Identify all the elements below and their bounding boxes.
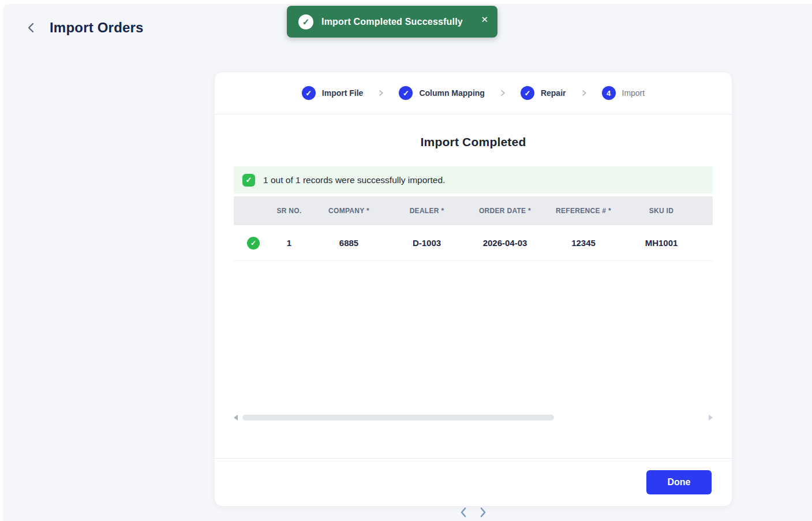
column-header-order-date: ORDER DATE * xyxy=(466,207,544,215)
column-header-sku-id: SKU ID xyxy=(623,207,700,215)
cell-sr-no: 1 xyxy=(268,238,310,248)
table-header: SR NO. COMPANY * DEALER * ORDER DATE * R… xyxy=(234,196,713,225)
import-wizard-card: ✓ Import File ✓ Column Mapping ✓ Repair … xyxy=(214,72,732,507)
step-check-icon: ✓ xyxy=(521,86,534,100)
chevron-right-icon xyxy=(377,89,385,97)
cell-company: 6885 xyxy=(310,238,388,248)
cell-reference: 12345 xyxy=(544,238,623,248)
column-header-sr-no: SR NO. xyxy=(268,207,310,215)
step-number-badge: 4 xyxy=(602,86,616,100)
step-import-file[interactable]: ✓ Import File xyxy=(302,86,364,100)
scrollbar-track[interactable] xyxy=(242,415,704,420)
back-chevron-icon xyxy=(25,21,37,34)
toast-close-icon[interactable]: ✕ xyxy=(478,13,491,26)
stepper: ✓ Import File ✓ Column Mapping ✓ Repair … xyxy=(215,72,732,114)
section-heading: Import Completed xyxy=(215,135,732,149)
pagination xyxy=(215,505,732,519)
step-check-icon: ✓ xyxy=(399,86,413,100)
step-label: Import File xyxy=(322,88,364,98)
chevron-right-icon xyxy=(499,89,507,97)
next-page-button[interactable] xyxy=(477,505,489,519)
done-button[interactable]: Done xyxy=(646,470,712,494)
step-repair[interactable]: ✓ Repair xyxy=(521,86,566,100)
cell-sku-id: MH1001 xyxy=(623,238,700,248)
step-label: Import xyxy=(622,88,645,98)
step-check-icon: ✓ xyxy=(302,86,316,100)
horizontal-scrollbar xyxy=(234,414,713,422)
toast-message: Import Completed Successfully xyxy=(321,17,463,27)
cell-dealer: D-1003 xyxy=(388,238,466,248)
success-banner: ✓ 1 out of 1 records were successfully i… xyxy=(234,166,713,193)
banner-message: 1 out of 1 records were successfully imp… xyxy=(263,175,445,185)
scroll-left-arrow-icon[interactable] xyxy=(234,415,238,420)
column-header-company: COMPANY * xyxy=(310,207,388,215)
prev-page-button[interactable] xyxy=(458,505,469,519)
back-button[interactable] xyxy=(24,21,38,35)
check-square-icon: ✓ xyxy=(242,174,255,187)
cell-order-date: 2026-04-03 xyxy=(466,238,544,248)
success-toast: ✓ Import Completed Successfully ✕ xyxy=(287,6,497,38)
row-status-cell: ✓ xyxy=(238,237,268,250)
step-column-mapping[interactable]: ✓ Column Mapping xyxy=(399,86,485,100)
page-header: Import Orders xyxy=(24,20,144,36)
scrollbar-thumb[interactable] xyxy=(242,415,554,420)
step-import[interactable]: 4 Import xyxy=(602,86,645,100)
chevron-left-icon xyxy=(459,507,468,518)
column-header-dealer: DEALER * xyxy=(388,207,466,215)
step-label: Repair xyxy=(541,88,566,98)
table-row: ✓ 1 6885 D-1003 2026-04-03 12345 MH1001 xyxy=(234,225,713,261)
success-check-icon: ✓ xyxy=(247,237,260,250)
check-circle-icon: ✓ xyxy=(298,14,313,29)
chevron-right-icon xyxy=(478,507,488,518)
scroll-right-arrow-icon[interactable] xyxy=(709,415,713,420)
page-title: Import Orders xyxy=(50,20,144,36)
column-header-reference: REFERENCE # * xyxy=(544,207,623,215)
card-footer: Done xyxy=(215,458,732,506)
step-label: Column Mapping xyxy=(419,88,485,98)
chevron-right-icon xyxy=(580,89,588,97)
